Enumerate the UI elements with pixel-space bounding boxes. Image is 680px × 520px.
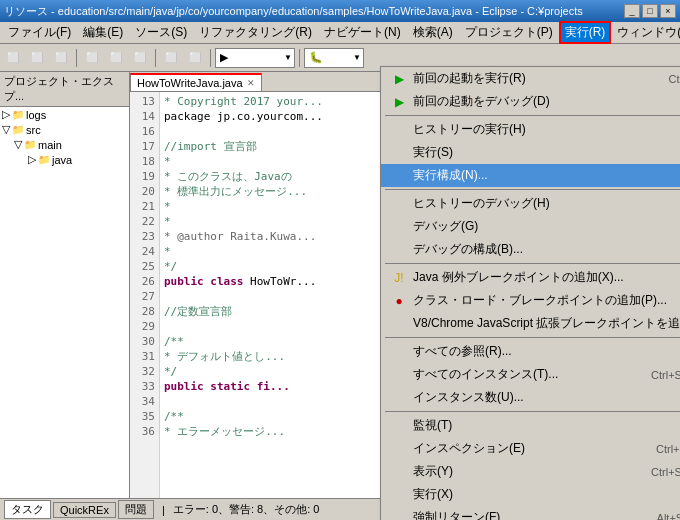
menu-all-inst[interactable]: すべてのインスタンス(T)... Ctrl+Shift+N	[381, 363, 680, 386]
menu-history-debug[interactable]: ヒストリーのデバッグ(H) ▶	[381, 192, 680, 215]
folder-icon: 📁	[38, 154, 50, 165]
toolbar-sep-2	[155, 49, 156, 67]
tree-item-logs[interactable]: ▷ 📁 logs	[0, 107, 129, 122]
project-explorer: プロジェクト・エクスプ... ▷ 📁 logs ▽ 📁 src ▽ 📁 main…	[0, 72, 130, 498]
toolbar-debug-icon: 🐛	[309, 51, 323, 64]
sidebar-title: プロジェクト・エクスプ...	[4, 74, 125, 104]
menu-all-ref-label: すべての参照(R)...	[413, 343, 512, 360]
menu-execute-label: 実行(X)	[413, 486, 453, 503]
toolbar-btn-6[interactable]: ⬜	[129, 47, 151, 69]
menu-display[interactable]: 表示(Y) Ctrl+Shift+D	[381, 460, 680, 483]
tree-item-main[interactable]: ▽ 📁 main	[0, 137, 129, 152]
title-bar: リソース - education/src/main/java/jp/co/you…	[0, 0, 680, 22]
menu-display-shortcut: Ctrl+Shift+D	[631, 466, 680, 478]
tab-problems[interactable]: 問題	[118, 500, 154, 519]
menu-history-run[interactable]: ヒストリーの実行(H) ▶	[381, 118, 680, 141]
tree-label: main	[38, 139, 62, 151]
menu-execute-shortcut: Ctrl+U	[660, 489, 680, 501]
toolbar-run-arrow: ▼	[284, 53, 292, 62]
sep-2	[385, 189, 680, 190]
menu-force-return[interactable]: 強制リターン(F) Alt+Shift+F	[381, 506, 680, 520]
toolbar-btn-7[interactable]: ⬜	[160, 47, 182, 69]
bottom-tabs: タスク QuickREx 問題	[4, 500, 154, 519]
tab-quickrex[interactable]: QuickREx	[53, 502, 116, 518]
editor-tab-howtowrite[interactable]: HowToWriteJava.java ✕	[130, 73, 262, 91]
menu-monitor[interactable]: 監視(T)	[381, 414, 680, 437]
menu-force-return-label: 強制リターン(F)	[413, 509, 500, 520]
line-numbers: 13 14 16 17 18 19 20 21 22 23 24 25 26 2…	[130, 92, 160, 498]
menu-execute[interactable]: 実行(X) Ctrl+U	[381, 483, 680, 506]
run-icon: ▶	[389, 72, 409, 86]
tree-item-src[interactable]: ▽ 📁 src	[0, 122, 129, 137]
toolbar-btn-5[interactable]: ⬜	[105, 47, 127, 69]
toolbar-run-dropdown[interactable]: ▶ ▼	[215, 48, 295, 68]
close-button[interactable]: ×	[660, 4, 676, 18]
class-bp-icon: ●	[389, 294, 409, 308]
menu-debug[interactable]: デバッグ(G) ▶	[381, 215, 680, 238]
toolbar-btn-4[interactable]: ⬜	[81, 47, 103, 69]
menu-run-config-label: 実行構成(N)...	[413, 167, 488, 184]
menu-class-bp-label: クラス・ロード・ブレークポイントの追加(P)...	[413, 292, 667, 309]
menu-inspect-label: インスペクション(E)	[413, 440, 525, 457]
menu-edit[interactable]: 編集(E)	[77, 22, 129, 43]
toolbar-btn-3[interactable]: ⬜	[50, 47, 72, 69]
expand-icon: ▷	[2, 108, 10, 121]
menu-v8-bp-label: V8/Chrome JavaScript 拡張ブレークポイントを追加	[413, 315, 680, 332]
menu-inspect[interactable]: インスペクション(E) Ctrl+Shift+I	[381, 437, 680, 460]
menu-monitor-label: 監視(T)	[413, 417, 452, 434]
menu-debug-config-label: デバッグの構成(B)...	[413, 241, 523, 258]
menu-run-config[interactable]: 実行構成(N)...	[381, 164, 680, 187]
sep-1	[385, 115, 680, 116]
toolbar-btn-2[interactable]: ⬜	[26, 47, 48, 69]
toolbar-btn-1[interactable]: ⬜	[2, 47, 24, 69]
menu-window[interactable]: ウィンドウ(W)	[611, 22, 680, 43]
menu-debug-label: デバッグ(G)	[413, 218, 478, 235]
menu-class-bp[interactable]: ● クラス・ロード・ブレークポイントの追加(P)...	[381, 289, 680, 312]
menu-file[interactable]: ファイル(F)	[2, 22, 77, 43]
menu-debug-prev-label: 前回の起動をデバッグ(D)	[413, 93, 550, 110]
menu-run-s[interactable]: 実行(S) ▶	[381, 141, 680, 164]
debug-prev-icon: ▶	[389, 95, 409, 109]
menu-all-ref[interactable]: すべての参照(R)...	[381, 340, 680, 363]
menu-run-s-label: 実行(S)	[413, 144, 453, 161]
menu-java-bp-label: Java 例外ブレークポイントの追加(X)...	[413, 269, 624, 286]
tree-item-java[interactable]: ▷ 📁 java	[0, 152, 129, 167]
tab-close-icon[interactable]: ✕	[247, 78, 255, 88]
menu-debug-prev[interactable]: ▶ 前回の起動をデバッグ(D) F11	[381, 90, 680, 113]
menu-debug-config[interactable]: デバッグの構成(B)...	[381, 238, 680, 261]
menu-search[interactable]: 検索(A)	[407, 22, 459, 43]
toolbar-run-icon: ▶	[220, 51, 228, 64]
menu-debug-prev-shortcut: F11	[672, 96, 680, 108]
expand-icon: ▽	[2, 123, 10, 136]
menu-inst-count[interactable]: インスタンス数(U)...	[381, 386, 680, 409]
menu-history-run-label: ヒストリーの実行(H)	[413, 121, 526, 138]
menu-source[interactable]: ソース(S)	[129, 22, 193, 43]
sep-4	[385, 337, 680, 338]
toolbar-btn-8[interactable]: ⬜	[184, 47, 206, 69]
menu-run[interactable]: 実行(R)	[559, 21, 612, 44]
window-controls[interactable]: _ □ ×	[624, 4, 676, 18]
toolbar-debug-dropdown[interactable]: 🐛 ▼	[304, 48, 364, 68]
status-separator: |	[162, 504, 165, 516]
maximize-button[interactable]: □	[642, 4, 658, 18]
menu-bar: ファイル(F) 編集(E) ソース(S) リファクタリング(R) ナビゲート(N…	[0, 22, 680, 44]
menu-all-inst-shortcut: Ctrl+Shift+N	[631, 369, 680, 381]
sep-3	[385, 263, 680, 264]
folder-icon: 📁	[12, 124, 24, 135]
expand-icon: ▷	[28, 153, 36, 166]
menu-inspect-shortcut: Ctrl+Shift+I	[636, 443, 680, 455]
menu-java-bp[interactable]: J! Java 例外ブレークポイントの追加(X)...	[381, 266, 680, 289]
menu-refactor[interactable]: リファクタリング(R)	[193, 22, 318, 43]
menu-v8-bp[interactable]: V8/Chrome JavaScript 拡張ブレークポイントを追加	[381, 312, 680, 335]
title-text: リソース - education/src/main/java/jp/co/you…	[4, 4, 624, 19]
tab-tasks[interactable]: タスク	[4, 500, 51, 519]
menu-project[interactable]: プロジェクト(P)	[459, 22, 559, 43]
expand-icon: ▽	[14, 138, 22, 151]
menu-all-inst-label: すべてのインスタンス(T)...	[413, 366, 558, 383]
tree-label: logs	[26, 109, 46, 121]
minimize-button[interactable]: _	[624, 4, 640, 18]
run-menu-popup[interactable]: ▶ 前回の起動を実行(R) Ctrl+F11 ▶ 前回の起動をデバッグ(D) F…	[380, 66, 680, 520]
menu-run-prev[interactable]: ▶ 前回の起動を実行(R) Ctrl+F11	[381, 67, 680, 90]
toolbar-sep-4	[299, 49, 300, 67]
menu-navigate[interactable]: ナビゲート(N)	[318, 22, 407, 43]
